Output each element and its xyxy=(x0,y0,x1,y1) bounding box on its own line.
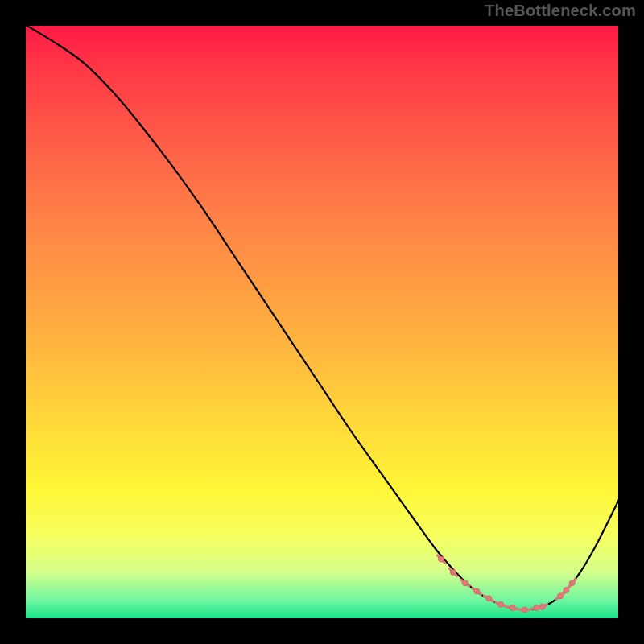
marker-dot xyxy=(564,587,569,592)
marker-dot xyxy=(450,569,456,575)
chart-frame: TheBottleneck.com xyxy=(0,0,644,644)
plot-area xyxy=(24,24,620,620)
chart-svg xyxy=(24,24,620,620)
marker-dot xyxy=(522,607,527,613)
marker-dot xyxy=(539,604,545,609)
marker-dot xyxy=(474,588,480,594)
marker-dot xyxy=(510,605,515,611)
marker-dot xyxy=(497,601,503,607)
marker-dot xyxy=(569,580,575,586)
marker-dot xyxy=(462,580,468,586)
marker-group xyxy=(437,555,576,613)
watermark-label: TheBottleneck.com xyxy=(485,2,636,20)
bottleneck-curve xyxy=(24,24,620,609)
marker-dot xyxy=(438,556,444,562)
marker-dot xyxy=(486,596,492,601)
